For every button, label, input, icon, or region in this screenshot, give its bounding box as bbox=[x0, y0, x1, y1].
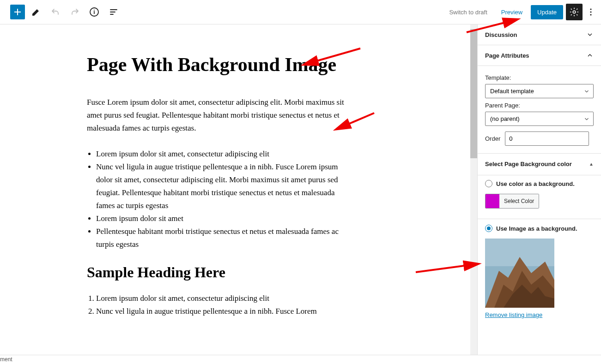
outline-button[interactable] bbox=[105, 4, 122, 20]
bg-color-panel-header[interactable]: Select Page Background color ▲ bbox=[478, 154, 601, 175]
color-swatch[interactable] bbox=[486, 194, 499, 208]
page-attributes-panel-header[interactable]: Page Attributes bbox=[478, 45, 601, 66]
editor-canvas-wrap: Page With Background Image Fusce Lorem i… bbox=[0, 24, 477, 355]
page-content[interactable]: Fusce Lorem ipsum dolor sit amet, consec… bbox=[87, 96, 365, 318]
page-attributes-title: Page Attributes bbox=[485, 52, 529, 59]
remove-listing-image-link[interactable]: Remove listing image bbox=[485, 311, 542, 318]
page-title[interactable]: Page With Background Image bbox=[87, 52, 365, 78]
template-label: Template: bbox=[485, 74, 594, 81]
color-picker-row: Select Color bbox=[485, 194, 539, 209]
svg-text:i: i bbox=[93, 9, 95, 15]
chevron-down-icon bbox=[586, 31, 594, 38]
use-image-radio[interactable] bbox=[485, 225, 492, 232]
list-item[interactable]: Lorem ipsum dolor sit amet, consectetur … bbox=[96, 292, 355, 305]
svg-point-5 bbox=[590, 14, 591, 15]
svg-point-4 bbox=[590, 11, 591, 12]
preview-button[interactable]: Preview bbox=[496, 6, 528, 18]
scrollbar-thumb[interactable] bbox=[470, 29, 477, 158]
footer-breadcrumb: ment bbox=[0, 355, 601, 364]
toolbar-right-group: Switch to draft Preview Update bbox=[443, 4, 596, 20]
list-item[interactable]: Pellentesque habitant morbi tristique se… bbox=[96, 225, 355, 251]
page-attributes-panel-body: Template: Default template Parent Page: … bbox=[478, 66, 601, 154]
list-item[interactable]: Lorem ipsum dolor sit amet, consectetur … bbox=[96, 148, 355, 161]
use-color-radio-row[interactable]: Use color as a background. bbox=[485, 180, 594, 187]
undo-button[interactable] bbox=[47, 4, 64, 20]
canvas-scrollbar[interactable] bbox=[470, 24, 477, 355]
divider bbox=[478, 219, 601, 219]
edit-mode-button[interactable] bbox=[28, 4, 44, 20]
bg-color-panel-title: Select Page Background color bbox=[485, 160, 572, 168]
template-select[interactable]: Default template bbox=[485, 84, 594, 98]
chevron-up-icon bbox=[586, 52, 594, 59]
switch-to-draft-button[interactable]: Switch to draft bbox=[443, 6, 492, 18]
use-color-label: Use color as a background. bbox=[496, 180, 575, 187]
triangle-up-icon: ▲ bbox=[589, 161, 594, 167]
list-block[interactable]: Lorem ipsum dolor sit amet, consectetur … bbox=[87, 148, 355, 251]
use-image-radio-row[interactable]: Use Image as a background. bbox=[485, 225, 594, 232]
footer-text: ment bbox=[0, 356, 12, 363]
bg-color-panel-body: Use color as a background. Select Color … bbox=[478, 175, 601, 326]
redo-button[interactable] bbox=[67, 4, 83, 20]
use-image-label: Use Image as a background. bbox=[496, 225, 577, 232]
details-button[interactable]: i bbox=[86, 4, 103, 20]
select-color-button[interactable]: Select Color bbox=[499, 194, 539, 208]
heading-block[interactable]: Sample Heading Here bbox=[87, 264, 365, 281]
order-input[interactable] bbox=[505, 131, 589, 146]
order-label: Order bbox=[485, 135, 500, 142]
discussion-panel-title: Discussion bbox=[485, 31, 517, 38]
bg-image-thumbnail[interactable] bbox=[485, 239, 554, 308]
update-button[interactable]: Update bbox=[531, 5, 563, 19]
editor-canvas[interactable]: Page With Background Image Fusce Lorem i… bbox=[0, 24, 365, 318]
top-toolbar: i Switch to draft Preview Update bbox=[0, 0, 601, 24]
parent-page-label: Parent Page: bbox=[485, 102, 594, 109]
svg-point-3 bbox=[590, 8, 591, 10]
ordered-list-block[interactable]: Lorem ipsum dolor sit amet, consectetur … bbox=[87, 292, 355, 318]
list-item[interactable]: Nunc vel ligula in augue tristique pelle… bbox=[96, 161, 355, 212]
svg-point-2 bbox=[573, 11, 576, 13]
settings-sidebar: Discussion Page Attributes Template: Def… bbox=[477, 24, 601, 355]
parent-page-select[interactable]: (no parent) bbox=[485, 112, 594, 126]
discussion-panel-header[interactable]: Discussion bbox=[478, 24, 601, 45]
paragraph-block[interactable]: Fusce Lorem ipsum dolor sit amet, consec… bbox=[87, 96, 355, 135]
settings-button[interactable] bbox=[566, 4, 583, 20]
add-block-button[interactable] bbox=[10, 5, 25, 19]
use-color-radio[interactable] bbox=[485, 180, 492, 187]
toolbar-left-group: i bbox=[5, 4, 122, 20]
more-options-button[interactable] bbox=[585, 4, 596, 20]
list-item[interactable]: Nunc vel ligula in augue tristique pelle… bbox=[96, 305, 355, 318]
list-item[interactable]: Lorem ipsum dolor sit amet bbox=[96, 212, 355, 225]
